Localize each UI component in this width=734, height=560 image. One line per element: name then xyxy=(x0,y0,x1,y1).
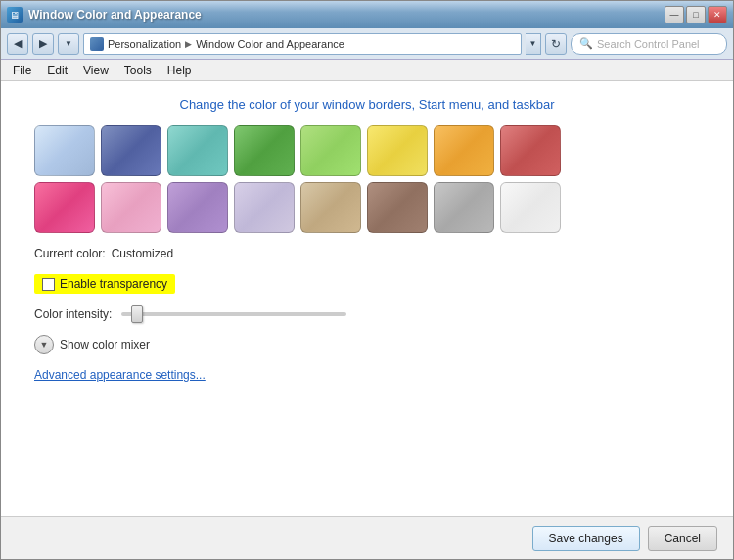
title-bar: 🖥 Window Color and Appearance — □ ✕ xyxy=(1,1,733,28)
breadcrumb-icon xyxy=(90,37,104,51)
transparency-label[interactable]: Enable transparency xyxy=(60,277,167,291)
close-button[interactable]: ✕ xyxy=(708,6,727,23)
advanced-appearance-link[interactable]: Advanced appearance settings... xyxy=(24,368,710,382)
swatch-teal[interactable] xyxy=(167,125,228,176)
save-changes-button[interactable]: Save changes xyxy=(532,526,640,551)
main-content: Change the color of your window borders,… xyxy=(1,81,733,516)
swatch-lavender[interactable] xyxy=(234,182,295,233)
swatch-yellow[interactable] xyxy=(367,125,428,176)
window-title: Window Color and Appearance xyxy=(28,8,202,22)
menu-help[interactable]: Help xyxy=(160,62,200,79)
swatch-green-light[interactable] xyxy=(300,125,361,176)
title-bar-buttons: — □ ✕ xyxy=(665,6,727,23)
search-icon: 🔍 xyxy=(579,37,593,50)
maximize-button[interactable]: □ xyxy=(686,6,706,23)
intensity-slider-thumb[interactable] xyxy=(131,305,143,323)
swatch-brown[interactable] xyxy=(367,182,428,233)
cancel-button[interactable]: Cancel xyxy=(648,526,717,551)
menu-view[interactable]: View xyxy=(75,62,116,79)
mixer-label[interactable]: Show color mixer xyxy=(60,338,150,351)
swatch-pink-hot[interactable] xyxy=(34,182,95,233)
swatch-white[interactable] xyxy=(500,182,561,233)
recent-pages-button[interactable]: ▼ xyxy=(58,33,79,55)
transparency-checkbox[interactable] xyxy=(42,278,55,291)
breadcrumb-bar: Personalization ▶ Window Color and Appea… xyxy=(83,33,522,55)
swatches-grid xyxy=(24,125,710,233)
menu-tools[interactable]: Tools xyxy=(116,62,160,79)
swatches-row-1 xyxy=(34,125,561,176)
window-icon: 🖥 xyxy=(7,7,23,23)
menu-bar: File Edit View Tools Help xyxy=(1,60,733,81)
intensity-slider-track[interactable] xyxy=(121,312,346,316)
swatch-tan[interactable] xyxy=(300,182,361,233)
menu-edit[interactable]: Edit xyxy=(39,62,75,79)
swatch-gray[interactable] xyxy=(434,182,494,233)
mixer-row: ▼ Show color mixer xyxy=(24,335,710,354)
search-placeholder: Search Control Panel xyxy=(597,38,700,50)
minimize-button[interactable]: — xyxy=(665,6,684,23)
breadcrumb-current: Window Color and Appearance xyxy=(196,38,344,50)
intensity-row: Color intensity: xyxy=(24,307,710,321)
swatch-orange[interactable] xyxy=(434,125,494,176)
window: 🖥 Window Color and Appearance — □ ✕ ◀ ▶ … xyxy=(0,0,734,560)
mixer-toggle-button[interactable]: ▼ xyxy=(34,335,54,354)
current-color-label: Current color: xyxy=(34,247,106,260)
address-bar: ◀ ▶ ▼ Personalization ▶ Window Color and… xyxy=(1,28,733,60)
transparency-row: Enable transparency xyxy=(24,274,710,294)
title-bar-left: 🖥 Window Color and Appearance xyxy=(7,7,202,23)
breadcrumb-personalization[interactable]: Personalization xyxy=(108,38,181,50)
search-bar[interactable]: 🔍 Search Control Panel xyxy=(571,33,727,55)
back-button[interactable]: ◀ xyxy=(7,33,28,55)
swatch-blue[interactable] xyxy=(101,125,161,176)
swatch-purple[interactable] xyxy=(167,182,228,233)
current-color-row: Current color: Customized xyxy=(24,247,710,260)
breadcrumb-separator: ▶ xyxy=(185,39,192,49)
forward-button[interactable]: ▶ xyxy=(32,33,54,55)
transparency-checkbox-area[interactable]: Enable transparency xyxy=(34,274,175,294)
swatch-green-dark[interactable] xyxy=(234,125,295,176)
swatch-sky[interactable] xyxy=(34,125,95,176)
refresh-button[interactable]: ↻ xyxy=(545,33,567,55)
menu-file[interactable]: File xyxy=(5,62,39,79)
swatch-red[interactable] xyxy=(500,125,561,176)
page-title: Change the color of your window borders,… xyxy=(24,97,710,112)
bottom-bar: Save changes Cancel xyxy=(1,516,733,559)
intensity-label: Color intensity: xyxy=(34,307,112,321)
breadcrumb-dropdown-button[interactable]: ▼ xyxy=(526,33,541,55)
current-color-value: Customized xyxy=(112,247,173,260)
swatches-row-2 xyxy=(34,182,561,233)
swatch-pink-light[interactable] xyxy=(101,182,161,233)
